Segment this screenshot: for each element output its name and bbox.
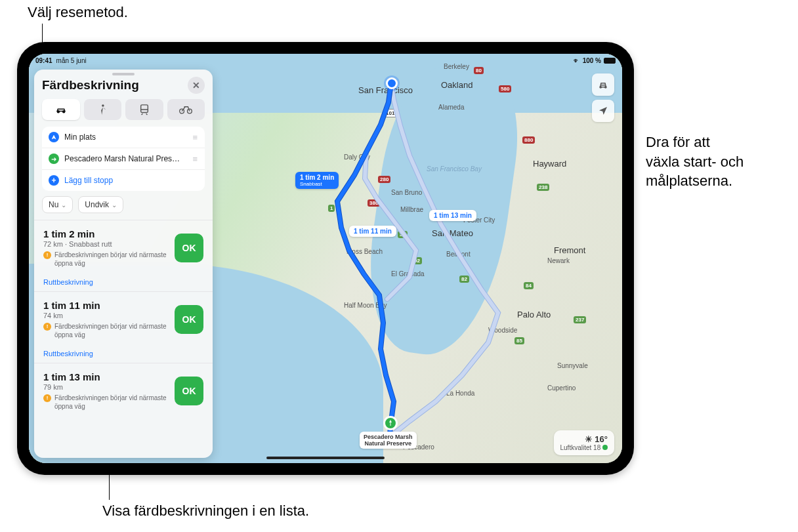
route-end-pin[interactable] [383, 416, 398, 430]
location-icon [49, 132, 59, 142]
panel-title: Färdbeskrivning [42, 78, 139, 92]
go-button[interactable]: OK [175, 234, 203, 262]
map-locate-button[interactable] [592, 100, 614, 122]
warning-icon: ! [43, 323, 51, 331]
go-button[interactable]: OK [175, 305, 203, 334]
svg-rect-5 [140, 105, 148, 113]
route-bubble-3[interactable]: 1 tim 13 min [429, 210, 476, 221]
route-steps-link[interactable]: Ruttbeskrivning [43, 350, 203, 358]
stop-origin[interactable]: Min plats ≡ [42, 127, 205, 148]
callout-top: Välj resemetod. [28, 4, 128, 21]
ipad-frame: 09:41 mån 5 juni ᯤ 100 % San Francisco O… [17, 42, 634, 475]
route-end-label: Pescadero MarshNatural Preserve [360, 432, 417, 449]
route-steps-link[interactable]: Ruttbeskrivning [43, 278, 203, 286]
route-card[interactable]: 1 tim 2 min 72 km · Snabbast rutt !Färdb… [34, 220, 213, 276]
weather-widget[interactable]: ☀ 16° Luftkvalitet 18 [554, 430, 615, 455]
svg-point-1 [605, 87, 606, 88]
svg-point-4 [102, 104, 104, 107]
svg-point-0 [600, 87, 601, 88]
wifi-icon: ᯤ [574, 57, 580, 64]
add-icon: + [49, 175, 59, 186]
weather-icon: ☀ [585, 434, 593, 444]
route-bubble-1[interactable]: 1 tim 2 min Snabbast [295, 172, 339, 189]
warning-icon: ! [43, 394, 51, 402]
close-button[interactable]: ✕ [188, 77, 205, 94]
svg-point-3 [62, 111, 64, 113]
mode-walk[interactable] [84, 99, 122, 120]
svg-point-2 [57, 111, 59, 113]
transport-modes [34, 99, 213, 127]
stops-list: Min plats ≡ ➜ Pescadero Marsh Natural Pr… [42, 127, 205, 191]
screen: 09:41 mån 5 juni ᯤ 100 % San Francisco O… [29, 54, 622, 463]
home-indicator[interactable] [266, 457, 385, 459]
battery-icon [604, 58, 616, 64]
avoid-chip[interactable]: Undvik [78, 196, 123, 213]
stop-destination[interactable]: ➜ Pescadero Marsh Natural Pres… ≡ [42, 148, 205, 169]
route-card[interactable]: 1 tim 13 min 79 km !Färdbeskrivningen bö… [34, 363, 213, 419]
warning-icon: ! [43, 251, 51, 259]
destination-icon: ➜ [49, 153, 59, 164]
depart-time-chip[interactable]: Nu [42, 196, 73, 213]
statusbar: 09:41 mån 5 juni ᯤ 100 % [29, 54, 622, 67]
callout-right: Dra för att växla start- och målplatsern… [646, 133, 744, 191]
go-button[interactable]: OK [175, 377, 203, 405]
battery-pct: 100 % [583, 57, 601, 64]
add-stop[interactable]: + Lägg till stopp [42, 169, 205, 191]
route-bubble-2[interactable]: 1 tim 11 min [349, 226, 396, 237]
callout-bottom: Visa färdbeskrivningen i en lista. [102, 502, 309, 520]
directions-panel: Färdbeskrivning ✕ Min plats ≡ ➜ Pescader… [34, 70, 213, 458]
panel-grabber[interactable] [112, 73, 135, 75]
route-start-dot [386, 77, 398, 89]
mode-transit[interactable] [125, 99, 163, 120]
mode-cycle[interactable] [167, 99, 205, 120]
map-mode-button[interactable] [592, 73, 614, 96]
route-card[interactable]: 1 tim 11 min 74 km !Färdbeskrivningen bö… [34, 291, 213, 347]
mode-drive[interactable] [42, 99, 80, 120]
routes-list[interactable]: 1 tim 2 min 72 km · Snabbast rutt !Färdb… [34, 220, 213, 458]
reorder-handle[interactable]: ≡ [192, 133, 198, 142]
status-time: 09:41 [35, 57, 52, 64]
reorder-handle[interactable]: ≡ [192, 154, 198, 164]
status-date: mån 5 juni [56, 57, 87, 64]
